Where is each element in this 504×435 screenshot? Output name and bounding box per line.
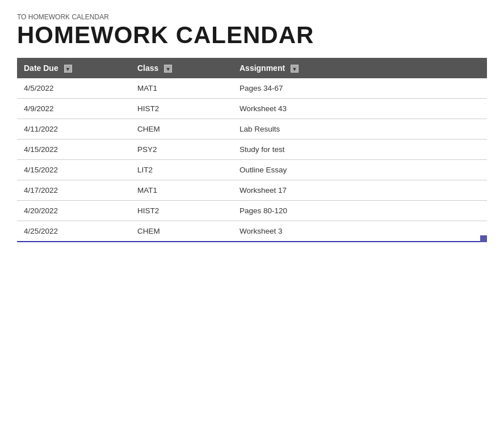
cell-assignment: Pages 80-120 (233, 201, 487, 221)
cell-date: 4/25/2022 (17, 221, 131, 242)
cell-class: MAT1 (131, 78, 233, 99)
table-row: 4/15/2022PSY2Study for test (17, 140, 487, 160)
table-row: 4/9/2022HIST2Worksheet 43 (17, 99, 487, 119)
class-filter-button[interactable]: ▼ (164, 65, 172, 73)
table-wrapper: Date Due ▼ Class ▼ Assignment ▼ 4/5/2022… (17, 58, 487, 242)
assignment-filter-button[interactable]: ▼ (291, 65, 299, 73)
table-row: 4/11/2022CHEMLab Results (17, 119, 487, 140)
col-header-class: Class ▼ (131, 58, 233, 78)
cell-date: 4/9/2022 (17, 99, 131, 119)
breadcrumb[interactable]: TO HOMEWORK CALENDAR (17, 11, 487, 22)
col-date-label: Date Due (24, 64, 58, 73)
table-resize-handle[interactable] (480, 235, 487, 242)
cell-date: 4/5/2022 (17, 78, 131, 99)
cell-class: MAT1 (131, 180, 233, 201)
cell-class: HIST2 (131, 201, 233, 221)
cell-assignment: Pages 34-67 (233, 78, 487, 99)
table-row: 4/15/2022LIT2Outline Essay (17, 160, 487, 180)
col-assignment-label: Assignment (240, 64, 285, 73)
cell-date: 4/15/2022 (17, 140, 131, 160)
cell-date: 4/20/2022 (17, 201, 131, 221)
cell-class: HIST2 (131, 99, 233, 119)
cell-assignment: Worksheet 17 (233, 180, 487, 201)
cell-class: LIT2 (131, 160, 233, 180)
col-class-label: Class (137, 64, 158, 73)
table-row: 4/25/2022CHEMWorksheet 3 (17, 221, 487, 242)
cell-assignment: Lab Results (233, 119, 487, 140)
cell-date: 4/15/2022 (17, 160, 131, 180)
homework-table: Date Due ▼ Class ▼ Assignment ▼ 4/5/2022… (17, 58, 487, 242)
cell-assignment: Worksheet 3 (233, 221, 487, 242)
cell-class: PSY2 (131, 140, 233, 160)
table-row: 4/5/2022MAT1Pages 34-67 (17, 78, 487, 99)
cell-assignment: Study for test (233, 140, 487, 160)
date-filter-button[interactable]: ▼ (64, 65, 72, 73)
table-row: 4/20/2022HIST2Pages 80-120 (17, 201, 487, 221)
cell-class: CHEM (131, 119, 233, 140)
cell-date: 4/11/2022 (17, 119, 131, 140)
cell-assignment: Outline Essay (233, 160, 487, 180)
table-row: 4/17/2022MAT1Worksheet 17 (17, 180, 487, 201)
cell-class: CHEM (131, 221, 233, 242)
cell-assignment: Worksheet 43 (233, 99, 487, 119)
page-title: HOMEWORK CALENDAR (17, 22, 487, 49)
cell-date: 4/17/2022 (17, 180, 131, 201)
col-header-date: Date Due ▼ (17, 58, 131, 78)
table-header-row: Date Due ▼ Class ▼ Assignment ▼ (17, 58, 487, 78)
col-header-assignment: Assignment ▼ (233, 58, 487, 78)
